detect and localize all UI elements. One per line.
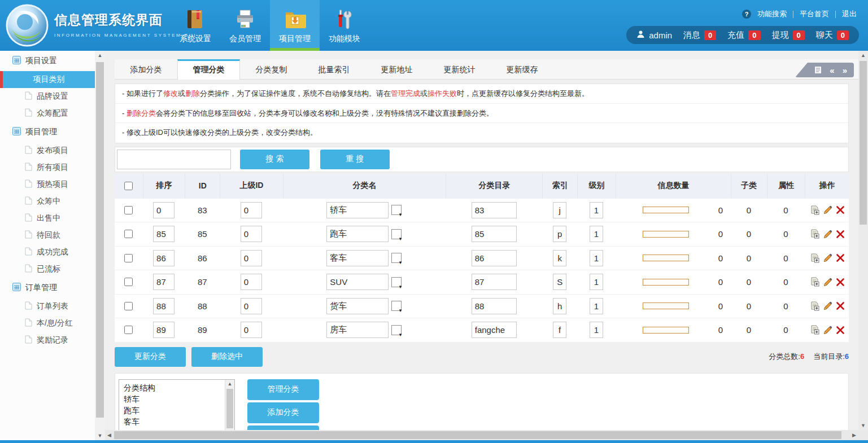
row-checkbox[interactable] (124, 302, 133, 310)
row-checkbox[interactable] (124, 230, 133, 238)
scroll-up-icon[interactable]: ▲ (858, 52, 868, 58)
list-item-轿车[interactable]: 轿车 (124, 393, 222, 405)
collapse-right-icon[interactable]: » (843, 66, 847, 74)
edit-pencil-icon[interactable] (823, 230, 832, 239)
sidebar-item-本/息/分红[interactable]: 本/息/分红 (0, 315, 95, 332)
category-picker-icon[interactable] (391, 325, 402, 335)
edit-pencil-icon[interactable] (823, 253, 832, 262)
sidebar-item-预热项目[interactable]: 预热项目 (0, 176, 95, 193)
category-name-input[interactable] (326, 202, 389, 218)
index-input[interactable] (553, 274, 566, 290)
quick-link-2[interactable]: 平台首页 (800, 9, 829, 19)
row-checkbox[interactable] (124, 206, 133, 214)
edit-pencil-icon[interactable] (823, 301, 832, 310)
category-name-input[interactable] (326, 298, 389, 314)
parent-id-input[interactable] (241, 202, 262, 218)
delete-x-icon[interactable] (836, 326, 844, 334)
row-checkbox[interactable] (124, 254, 133, 262)
sidebar-item-待回款[interactable]: 待回款 (0, 227, 95, 244)
quick-link-1[interactable]: 功能搜索 (757, 9, 787, 19)
index-input[interactable] (553, 298, 566, 314)
category-name-input[interactable] (326, 250, 389, 266)
parent-id-input[interactable] (241, 250, 262, 266)
nav-item-3[interactable]: 项目管理 (270, 0, 320, 51)
counter-badge-2[interactable]: 0 (748, 30, 760, 40)
page-icon[interactable] (814, 66, 822, 74)
list-item-分类结构[interactable]: 分类结构 (124, 382, 222, 393)
tab-分类复制[interactable]: 分类复制 (240, 59, 303, 79)
copy-doc-icon[interactable] (810, 253, 819, 263)
update-categories-button[interactable]: 更新分类 (115, 347, 186, 367)
category-picker-icon[interactable] (391, 205, 402, 215)
sidebar-item-品牌设置[interactable]: 品牌设置 (0, 88, 95, 105)
category-dir-input[interactable] (472, 322, 517, 338)
counter-label-1[interactable]: 消息 (683, 30, 700, 41)
category-structure-listbox[interactable]: 分类结构轿车跑车客车SUV ▲ (119, 379, 235, 431)
index-input[interactable] (553, 202, 566, 218)
sidebar-item-众筹配置[interactable]: 众筹配置 (0, 105, 95, 122)
parent-id-input[interactable] (241, 298, 262, 314)
scroll-right-icon[interactable]: ▶ (852, 430, 856, 440)
copy-doc-icon[interactable] (810, 205, 819, 215)
sidebar-item-项目类别[interactable]: 项目类别 (0, 71, 95, 88)
collapse-left-icon[interactable]: « (830, 66, 834, 74)
research-button[interactable]: 重 搜 (320, 150, 390, 169)
counter-label-2[interactable]: 充值 (727, 30, 744, 41)
delete-selected-button[interactable]: 删除选中 (191, 347, 263, 367)
edit-pencil-icon[interactable] (823, 278, 832, 287)
counter-badge-4[interactable]: 0 (837, 30, 849, 40)
category-dir-input[interactable] (472, 274, 517, 290)
sidebar-section-3[interactable]: 订单管理 (0, 278, 95, 298)
sort-input[interactable] (153, 274, 175, 290)
counter-label-3[interactable]: 提现 (772, 30, 789, 41)
nav-item-4[interactable]: 功能模块 (320, 0, 369, 51)
sort-input[interactable] (153, 226, 175, 242)
scroll-down-icon[interactable]: ▼ (95, 433, 105, 438)
sidebar-scroll-thumb[interactable] (96, 62, 104, 418)
category-dir-input[interactable] (472, 202, 517, 218)
category-name-input[interactable] (326, 322, 389, 338)
parent-id-input[interactable] (241, 322, 262, 338)
category-picker-icon[interactable] (391, 229, 402, 239)
list-item-跑车[interactable]: 跑车 (124, 405, 222, 416)
vertical-scroll-thumb[interactable] (860, 61, 867, 225)
tab-管理分类[interactable]: 管理分类 (177, 59, 240, 80)
scroll-left-icon[interactable]: ◀ (107, 430, 111, 440)
listbox-scroll-thumb[interactable] (226, 389, 233, 428)
tab-批量索引[interactable]: 批量索引 (303, 59, 365, 79)
structure-button-1[interactable]: 管理分类 (247, 379, 319, 400)
sidebar-item-奖励记录[interactable]: 奖励记录 (0, 332, 95, 349)
category-picker-icon[interactable] (391, 253, 402, 263)
counter-badge-1[interactable]: 0 (704, 30, 716, 40)
sidebar-item-所有项目[interactable]: 所有项目 (0, 159, 95, 176)
nav-item-1[interactable]: 系统设置 (171, 0, 220, 51)
sidebar-item-已流标[interactable]: 已流标 (0, 261, 95, 278)
sidebar-scrollbar[interactable]: ▲ ▼ (95, 51, 105, 440)
delete-x-icon[interactable] (836, 230, 844, 238)
copy-doc-icon[interactable] (810, 301, 819, 311)
nav-item-2[interactable]: 会员管理 (220, 0, 270, 51)
counter-badge-3[interactable]: 0 (793, 30, 805, 40)
sort-input[interactable] (153, 322, 175, 338)
sidebar-item-发布项目[interactable]: 发布项目 (0, 142, 95, 159)
listbox-scrollbar[interactable]: ▲ (225, 380, 234, 431)
copy-doc-icon[interactable] (810, 229, 819, 239)
delete-x-icon[interactable] (836, 302, 844, 310)
scroll-up-icon[interactable]: ▲ (95, 52, 105, 58)
level-input[interactable] (590, 298, 603, 314)
category-dir-input[interactable] (472, 226, 517, 242)
sidebar-item-众筹中[interactable]: 众筹中 (0, 193, 95, 210)
structure-button-2[interactable]: 添加分类 (247, 402, 319, 423)
tab-添加分类[interactable]: 添加分类 (115, 59, 177, 79)
horizontal-scroll-thumb[interactable] (114, 431, 841, 439)
category-dir-input[interactable] (472, 298, 517, 314)
horizontal-scrollbar[interactable]: ◀ ▶ (105, 430, 858, 440)
search-input[interactable] (117, 150, 231, 169)
category-name-input[interactable] (326, 226, 389, 242)
edit-pencil-icon[interactable] (823, 205, 832, 214)
category-picker-icon[interactable] (391, 301, 402, 311)
tab-更新统计[interactable]: 更新统计 (428, 59, 491, 79)
delete-x-icon[interactable] (836, 254, 844, 262)
sidebar-item-出售中[interactable]: 出售中 (0, 210, 95, 227)
scroll-down-icon[interactable]: ▼ (858, 423, 868, 428)
